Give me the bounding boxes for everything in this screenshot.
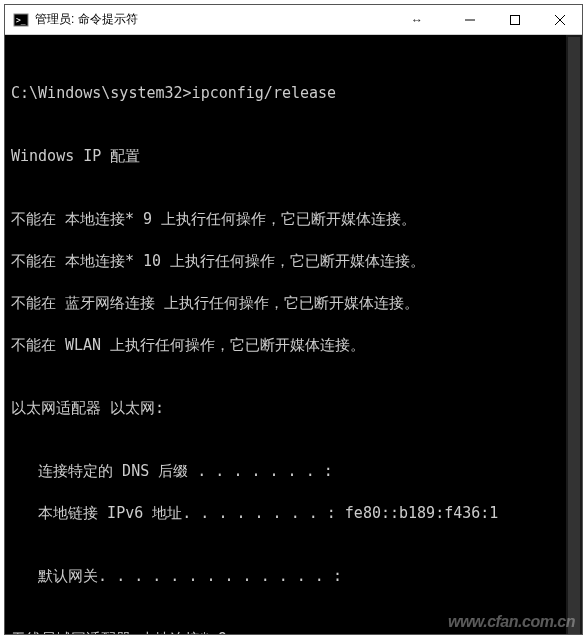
vertical-scrollbar[interactable] [566,35,582,634]
term-error-line: 不能在 蓝牙网络连接 上执行任何操作，它已断开媒体连接。 [11,293,582,314]
term-header: Windows IP 配置 [11,146,582,167]
cmd-window: >_ 管理员: 命令提示符 ↔ C:\Windows\system32>ipco… [4,4,583,635]
cmd-icon: >_ [13,12,29,28]
term-property-line: 默认网关. . . . . . . . . . . . . : [11,566,582,587]
window-title: 管理员: 命令提示符 [35,11,138,28]
maximize-button[interactable] [492,5,537,35]
close-button[interactable] [537,5,582,35]
term-property-line: 连接特定的 DNS 后缀 . . . . . . . : [11,461,582,482]
term-error-line: 不能在 WLAN 上执行任何操作，它已断开媒体连接。 [11,335,582,356]
term-error-line: 不能在 本地连接* 10 上执行任何操作，它已断开媒体连接。 [11,251,582,272]
term-prompt-line: C:\Windows\system32>ipconfig/release [11,83,582,104]
minimize-button[interactable] [447,5,492,35]
scrollbar-thumb[interactable] [568,37,580,634]
titlebar[interactable]: >_ 管理员: 命令提示符 ↔ [5,5,582,35]
term-error-line: 不能在 本地连接* 9 上执行任何操作，它已断开媒体连接。 [11,209,582,230]
term-adapter-title: 无线局域网适配器 本地连接* 9: [11,629,582,634]
svg-rect-3 [510,16,519,25]
term-property-line: 本地链接 IPv6 地址. . . . . . . . : fe80::b189… [11,503,582,524]
term-adapter-title: 以太网适配器 以太网: [11,398,582,419]
svg-text:>_: >_ [16,16,26,25]
resize-horizontal-icon: ↔ [407,13,427,27]
terminal-output[interactable]: C:\Windows\system32>ipconfig/release Win… [5,35,582,634]
window-controls [447,5,582,34]
